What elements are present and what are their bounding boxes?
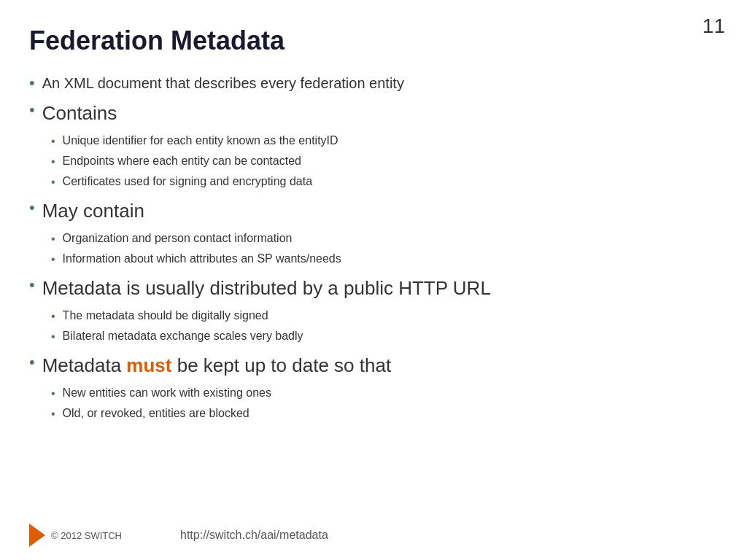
bullet-5-sub-1: • New entities can work with existing on…	[51, 384, 718, 402]
bullet-2-text: Contains	[42, 99, 117, 128]
bullet-4-sub-1-text: The metadata should be digitally signed	[63, 307, 268, 324]
footer-copyright: © 2012 SWITCH	[51, 530, 122, 541]
bullet-2-sub-2-dot: •	[51, 153, 55, 171]
bullet-4-sub-1: • The metadata should be digitally signe…	[51, 307, 718, 325]
bullet-5-text-prefix: Metadata	[42, 354, 127, 376]
slide-title: Federation Metadata	[29, 26, 718, 56]
bullet-5-text-suffix: be kept up to date so that	[171, 354, 391, 376]
bullet-2-sub-2: • Endpoints where each entity can be con…	[51, 152, 718, 171]
switch-arrow-icon	[29, 524, 45, 547]
bullet-5-sub-1-text: New entities can work with existing ones	[63, 384, 271, 402]
bullet-5-sub-2: • Old, or revoked, entities are blocked	[51, 405, 718, 423]
bullet-1-text: An XML document that describes every fed…	[42, 72, 404, 94]
bullet-3-sub-1-dot: •	[51, 230, 55, 248]
bullet-2-sub-3-dot: •	[51, 174, 55, 191]
bullet-4-sub-2-dot: •	[51, 328, 55, 346]
bullet-2-subs: • Unique identifier for each entity know…	[51, 132, 718, 191]
footer-url: http://switch.ch/aai/metadata	[180, 529, 328, 542]
bullet-2: • Contains	[29, 99, 718, 128]
bullet-2-sub-3: • Certificates used for signing and encr…	[51, 173, 718, 191]
bullet-3: • May contain	[29, 197, 718, 225]
slide-number: 11	[703, 15, 725, 38]
slide-content: • An XML document that describes every f…	[29, 72, 718, 423]
bullet-2-sub-2-text: Endpoints where each entity can be conta…	[63, 152, 301, 170]
bullet-4-dot: •	[29, 273, 35, 297]
bullet-3-subs: • Organization and person contact inform…	[51, 230, 718, 268]
bullet-4-sub-2-text: Bilateral metadata exchange scales very …	[63, 327, 303, 345]
bullet-4-sub-1-dot: •	[51, 308, 55, 325]
bullet-1-dot: •	[29, 71, 35, 95]
bullet-4-text: Metadata is usually distributed by a pub…	[42, 274, 491, 303]
bullet-3-text: May contain	[42, 197, 144, 225]
bullet-5-text-highlight: must	[126, 354, 171, 376]
bullet-5-sub-2-text: Old, or revoked, entities are blocked	[63, 405, 249, 422]
bullet-3-sub-2-dot: •	[51, 251, 55, 268]
bullet-5-dot: •	[29, 350, 35, 374]
bullet-1: • An XML document that describes every f…	[29, 72, 718, 95]
bullet-4: • Metadata is usually distributed by a p…	[29, 274, 718, 303]
bullet-2-sub-1: • Unique identifier for each entity know…	[51, 132, 718, 150]
bullet-4-subs: • The metadata should be digitally signe…	[51, 307, 718, 346]
bullet-3-sub-1-text: Organization and person contact informat…	[63, 230, 293, 247]
bullet-2-sub-3-text: Certificates used for signing and encryp…	[63, 173, 312, 190]
bullet-2-dot: •	[29, 98, 35, 122]
bullet-5-text: Metadata must be kept up to date so that	[42, 351, 391, 380]
footer-logo: © 2012 SWITCH	[29, 524, 122, 547]
bullet-4-sub-2: • Bilateral metadata exchange scales ver…	[51, 327, 718, 346]
bullet-5-sub-2-dot: •	[51, 405, 55, 423]
bullet-3-dot: •	[29, 195, 35, 219]
bullet-3-sub-2-text: Information about which attributes an SP…	[63, 250, 341, 268]
bullet-3-sub-2: • Information about which attributes an …	[51, 250, 718, 268]
slide: 11 Federation Metadata • An XML document…	[0, 0, 747, 560]
bullet-2-sub-1-text: Unique identifier for each entity known …	[63, 132, 338, 149]
bullet-5: • Metadata must be kept up to date so th…	[29, 351, 718, 380]
bullet-3-sub-1: • Organization and person contact inform…	[51, 230, 718, 248]
footer: © 2012 SWITCH http://switch.ch/aai/metad…	[29, 524, 718, 547]
bullet-2-sub-1-dot: •	[51, 133, 55, 150]
bullet-5-sub-1-dot: •	[51, 385, 55, 402]
bullet-5-subs: • New entities can work with existing on…	[51, 384, 718, 423]
